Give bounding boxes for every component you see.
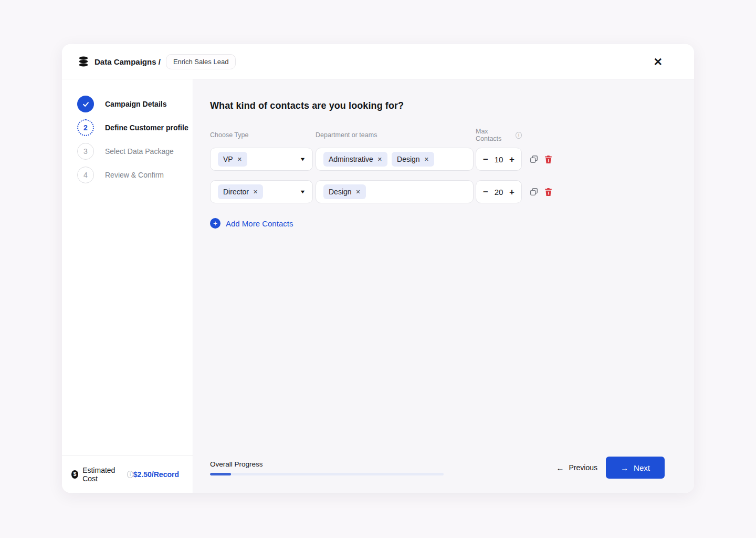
step-select-data-package[interactable]: 3 Select Data Package <box>77 143 193 160</box>
chip-remove-icon[interactable]: ✕ <box>253 189 258 195</box>
close-icon[interactable]: ✕ <box>653 56 663 67</box>
type-select[interactable]: VP ✕ ▼ <box>210 148 313 171</box>
step-label: Select Data Package <box>105 147 174 156</box>
max-contacts-stepper: − 20 + <box>476 180 522 203</box>
estimated-cost-bar: $ Estimated Cost i $2.50/Record <box>62 455 193 493</box>
chevron-down-icon: ▼ <box>299 157 306 162</box>
estimated-cost-label: Estimated Cost <box>82 466 123 483</box>
choose-type-label: Choose Type <box>210 128 313 142</box>
decrement-button[interactable]: − <box>483 188 488 196</box>
duplicate-row-icon[interactable] <box>529 187 539 196</box>
page-title: What kind of contacts are you looking fo… <box>210 100 665 111</box>
max-contacts-stepper: − 10 + <box>476 148 522 171</box>
max-contacts-label: Max Contacts i <box>476 128 522 142</box>
database-logo-icon <box>78 56 89 67</box>
max-contacts-value: 20 <box>495 188 503 196</box>
step-label: Campaign Details <box>105 100 166 108</box>
type-select[interactable]: Director ✕ ▼ <box>210 180 313 203</box>
duplicate-row-icon[interactable] <box>529 154 539 164</box>
step-number: 2 <box>77 119 94 136</box>
arrow-right-icon: → <box>621 463 628 472</box>
increment-button[interactable]: + <box>509 188 514 196</box>
decrement-button[interactable]: − <box>483 155 488 164</box>
department-chip[interactable]: Design ✕ <box>392 152 434 167</box>
progress-bar <box>210 473 444 475</box>
add-more-contacts-label: Add More Contacts <box>226 219 293 228</box>
step-number: 4 <box>77 167 94 183</box>
progress-label: Overall Progress <box>210 460 444 468</box>
wizard-sidebar: Campaign Details 2 Define Customer profi… <box>62 79 193 493</box>
department-field[interactable]: Design ✕ <box>316 180 474 203</box>
step-review-confirm[interactable]: 4 Review & Confirm <box>77 167 193 183</box>
add-more-contacts-button[interactable]: + Add More Contacts <box>210 218 665 229</box>
delete-row-icon[interactable] <box>544 188 552 196</box>
field-labels-row: Choose Type Department or teams Max Cont… <box>210 128 665 142</box>
step-campaign-details[interactable]: Campaign Details <box>77 96 193 112</box>
dollar-coin-icon: $ <box>71 470 78 479</box>
step-define-customer-profile[interactable]: 2 Define Customer profile <box>77 119 193 136</box>
progress-fill <box>210 473 231 475</box>
chip-remove-icon[interactable]: ✕ <box>377 156 382 163</box>
department-label: Department or teams <box>316 128 474 142</box>
selected-type-chip[interactable]: Director ✕ <box>218 184 263 199</box>
info-icon[interactable]: i <box>516 132 522 139</box>
chevron-down-icon: ▼ <box>299 189 306 194</box>
selected-type-chip[interactable]: VP ✕ <box>218 152 247 167</box>
estimated-cost-value: $2.50/Record <box>133 470 179 479</box>
contact-row: Director ✕ ▼ Design ✕ − 20 + <box>210 180 665 203</box>
info-icon[interactable]: i <box>127 471 133 478</box>
delete-row-icon[interactable] <box>544 155 552 164</box>
chip-remove-icon[interactable]: ✕ <box>356 189 361 195</box>
breadcrumb: Data Campaigns / <box>94 57 161 66</box>
overall-progress: Overall Progress <box>210 460 444 475</box>
wizard-footer: Overall Progress ← Previous → Next <box>210 457 665 493</box>
previous-button[interactable]: ← Previous <box>556 463 597 472</box>
arrow-left-icon: ← <box>556 463 564 472</box>
increment-button[interactable]: + <box>509 155 514 164</box>
row-actions <box>529 187 552 196</box>
main-content: What kind of contacts are you looking fo… <box>193 79 694 493</box>
next-button[interactable]: → Next <box>606 457 665 479</box>
row-actions <box>529 154 552 164</box>
modal-header: Data Campaigns / Enrich Sales Lead ✕ <box>62 44 694 79</box>
step-label: Review & Confirm <box>105 171 164 179</box>
department-field[interactable]: Adminstrative ✕ Design ✕ <box>316 148 474 171</box>
step-number: 3 <box>77 143 94 160</box>
department-chip[interactable]: Adminstrative ✕ <box>323 152 387 167</box>
campaign-name-chip[interactable]: Enrich Sales Lead <box>166 54 236 69</box>
department-chip[interactable]: Design ✕ <box>323 184 366 199</box>
campaign-wizard-modal: Data Campaigns / Enrich Sales Lead ✕ Cam… <box>62 44 694 493</box>
step-list: Campaign Details 2 Define Customer profi… <box>62 79 193 455</box>
check-icon <box>77 96 94 112</box>
chip-remove-icon[interactable]: ✕ <box>237 156 242 163</box>
plus-circle-icon: + <box>210 218 220 229</box>
contact-row: VP ✕ ▼ Adminstrative ✕ Design ✕ <box>210 148 665 171</box>
chip-remove-icon[interactable]: ✕ <box>424 156 429 163</box>
max-contacts-value: 10 <box>495 155 503 164</box>
step-label: Define Customer profile <box>105 123 188 132</box>
